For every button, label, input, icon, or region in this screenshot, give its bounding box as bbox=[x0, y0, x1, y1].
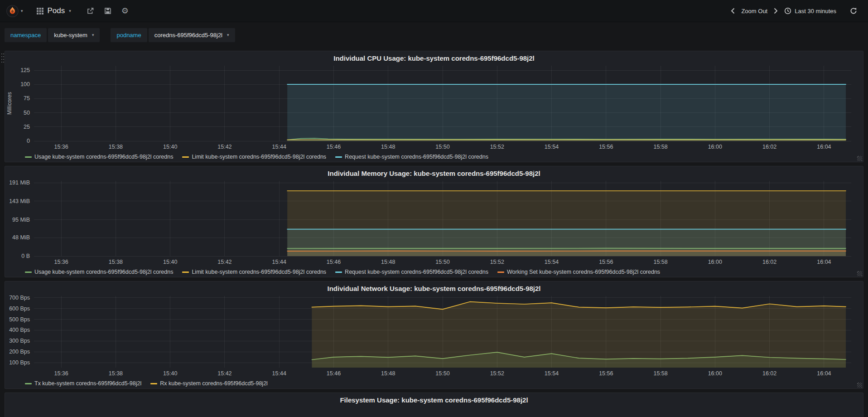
legend-item-usage[interactable]: Usage kube-system coredns-695f96dcd5-98j… bbox=[25, 154, 173, 160]
legend-series-name: Rx kube-system coredns-695f96dcd5-98j2l bbox=[160, 380, 268, 387]
share-button[interactable] bbox=[87, 7, 94, 15]
svg-text:15:58: 15:58 bbox=[653, 144, 667, 150]
network-usage-chart[interactable]: 15:3615:3815:4015:4215:4415:4615:4815:50… bbox=[5, 293, 863, 378]
svg-text:15:56: 15:56 bbox=[599, 259, 613, 265]
panel-title[interactable]: Individual Memory Usage: kube-system cor… bbox=[5, 166, 863, 178]
svg-text:15:42: 15:42 bbox=[217, 370, 231, 377]
svg-text:15:52: 15:52 bbox=[490, 370, 504, 377]
legend-item-rx[interactable]: Rx kube-system coredns-695f96dcd5-98j2l bbox=[150, 380, 268, 387]
panel-title[interactable]: Filesystem Usage: kube-system coredns-69… bbox=[5, 393, 863, 405]
svg-text:500 Bps: 500 Bps bbox=[9, 316, 30, 323]
svg-text:15:38: 15:38 bbox=[109, 259, 123, 265]
legend-item-request[interactable]: Request kube-system coredns-695f96dcd5-9… bbox=[335, 269, 488, 275]
refresh-button[interactable] bbox=[846, 5, 861, 17]
legend-series-name: Working Set kube-system coredns-695f96dc… bbox=[507, 269, 660, 275]
grafana-flame-icon bbox=[6, 5, 19, 17]
series-fill-request bbox=[287, 84, 846, 141]
chart-canvas: 15:3615:3815:4015:4215:4415:4615:4815:50… bbox=[5, 63, 863, 152]
refresh-icon bbox=[850, 7, 857, 15]
svg-text:15:54: 15:54 bbox=[545, 144, 559, 150]
svg-text:15:40: 15:40 bbox=[163, 370, 177, 377]
legend-item-limit[interactable]: Limit kube-system coredns-695f96dcd5-98j… bbox=[182, 154, 326, 160]
zoom-out-button[interactable]: Zoom Out bbox=[738, 5, 771, 17]
svg-text:100 Bps: 100 Bps bbox=[9, 359, 30, 366]
cpu-usage-chart[interactable]: 15:3615:3815:4015:4215:4415:4615:4815:50… bbox=[5, 63, 863, 152]
svg-text:15:38: 15:38 bbox=[109, 370, 123, 377]
svg-text:15:50: 15:50 bbox=[435, 259, 449, 265]
svg-text:16:02: 16:02 bbox=[762, 144, 776, 150]
svg-text:16:02: 16:02 bbox=[762, 370, 776, 377]
legend-item-working-set[interactable]: Working Set kube-system coredns-695f96dc… bbox=[497, 269, 660, 275]
svg-text:50: 50 bbox=[24, 110, 30, 116]
panel-filesystem: Filesystem Usage: kube-system coredns-69… bbox=[5, 393, 863, 417]
navbar-right: Zoom Out Last 30 minutes bbox=[728, 5, 861, 17]
cpu-legend: Usage kube-system coredns-695f96dcd5-98j… bbox=[5, 152, 863, 162]
variable-namespace: namespace kube-system ▾ bbox=[5, 28, 100, 42]
panel-resize-handle[interactable] bbox=[857, 271, 862, 276]
legend-item-usage[interactable]: Usage kube-system coredns-695f96dcd5-98j… bbox=[25, 269, 173, 275]
svg-text:15:44: 15:44 bbox=[272, 259, 286, 265]
svg-text:15:36: 15:36 bbox=[54, 370, 68, 377]
svg-text:15:42: 15:42 bbox=[217, 144, 231, 150]
variable-podname-value[interactable]: coredns-695f96dcd5-98j2l ▾ bbox=[149, 28, 235, 42]
panel-resize-handle[interactable] bbox=[857, 383, 862, 388]
grafana-logo[interactable]: ▾ bbox=[0, 0, 29, 22]
svg-text:191 MiB: 191 MiB bbox=[9, 179, 30, 186]
time-range-picker[interactable]: Last 30 minutes bbox=[781, 5, 840, 17]
legend-item-tx[interactable]: Tx kube-system coredns-695f96dcd5-98j2l bbox=[25, 380, 141, 387]
svg-text:15:44: 15:44 bbox=[272, 370, 286, 377]
svg-text:15:36: 15:36 bbox=[54, 144, 68, 150]
panel-resize-handle[interactable] bbox=[857, 156, 862, 161]
legend-series-icon bbox=[335, 156, 342, 158]
settings-button[interactable]: ⚙ bbox=[121, 7, 129, 15]
time-shift-forward-button[interactable] bbox=[771, 5, 781, 17]
variable-podname-label: podname bbox=[111, 28, 147, 42]
dashboard-title: Pods bbox=[48, 6, 65, 15]
svg-text:15:40: 15:40 bbox=[163, 144, 177, 150]
svg-text:15:48: 15:48 bbox=[381, 370, 395, 377]
chart-canvas: 15:3615:3815:4015:4215:4415:4615:4815:50… bbox=[5, 178, 863, 267]
panel-title[interactable]: Individual CPU Usage: kube-system coredn… bbox=[5, 51, 863, 63]
svg-text:15:56: 15:56 bbox=[599, 370, 613, 377]
dashboard-caret-icon: ▾ bbox=[69, 9, 71, 13]
svg-text:700 Bps: 700 Bps bbox=[9, 295, 30, 301]
svg-text:15:40: 15:40 bbox=[163, 259, 177, 265]
svg-text:15:54: 15:54 bbox=[545, 259, 559, 265]
legend-item-limit[interactable]: Limit kube-system coredns-695f96dcd5-98j… bbox=[182, 269, 326, 275]
dashboard-picker[interactable]: Pods ▾ bbox=[31, 0, 77, 22]
legend-item-request[interactable]: Request kube-system coredns-695f96dcd5-9… bbox=[335, 154, 488, 160]
legend-series-icon bbox=[497, 272, 504, 273]
save-button[interactable] bbox=[104, 7, 111, 15]
svg-text:15:58: 15:58 bbox=[653, 259, 667, 265]
series-fill-working-set bbox=[287, 251, 846, 256]
navbar: ▾ Pods ▾ bbox=[0, 0, 868, 22]
legend-series-icon bbox=[182, 156, 189, 158]
svg-text:15:46: 15:46 bbox=[327, 144, 341, 150]
variable-namespace-value[interactable]: kube-system ▾ bbox=[48, 28, 100, 42]
memory-usage-chart[interactable]: 15:3615:3815:4015:4215:4415:4615:4815:50… bbox=[5, 178, 863, 267]
svg-text:16:00: 16:00 bbox=[708, 259, 722, 265]
time-shift-back-button[interactable] bbox=[728, 5, 738, 17]
svg-text:0 B: 0 B bbox=[21, 253, 30, 259]
svg-text:125: 125 bbox=[20, 67, 30, 73]
network-legend: Tx kube-system coredns-695f96dcd5-98j2lR… bbox=[5, 378, 863, 388]
svg-text:15:38: 15:38 bbox=[109, 144, 123, 150]
share-icon bbox=[87, 7, 94, 15]
svg-text:600 Bps: 600 Bps bbox=[9, 305, 30, 312]
svg-text:16:00: 16:00 bbox=[708, 144, 722, 150]
gear-icon: ⚙ bbox=[121, 7, 129, 15]
legend-series-name: Usage kube-system coredns-695f96dcd5-98j… bbox=[34, 154, 173, 160]
panel-title[interactable]: Individual Network Usage: kube-system co… bbox=[5, 281, 863, 293]
svg-text:16:04: 16:04 bbox=[817, 370, 831, 377]
variable-podname-current: coredns-695f96dcd5-98j2l bbox=[154, 32, 222, 39]
svg-text:15:36: 15:36 bbox=[54, 259, 68, 265]
svg-text:75: 75 bbox=[24, 95, 30, 102]
dropdown-caret-icon: ▾ bbox=[227, 33, 229, 37]
svg-text:15:58: 15:58 bbox=[653, 370, 667, 377]
svg-text:400 Bps: 400 Bps bbox=[9, 327, 30, 333]
svg-text:15:56: 15:56 bbox=[599, 144, 613, 150]
svg-text:15:54: 15:54 bbox=[545, 370, 559, 377]
svg-text:95 MiB: 95 MiB bbox=[12, 217, 30, 223]
grafana-app: ▾ Pods ▾ bbox=[0, 0, 868, 417]
dashboard-body: Individual CPU Usage: kube-system coredn… bbox=[0, 51, 868, 417]
